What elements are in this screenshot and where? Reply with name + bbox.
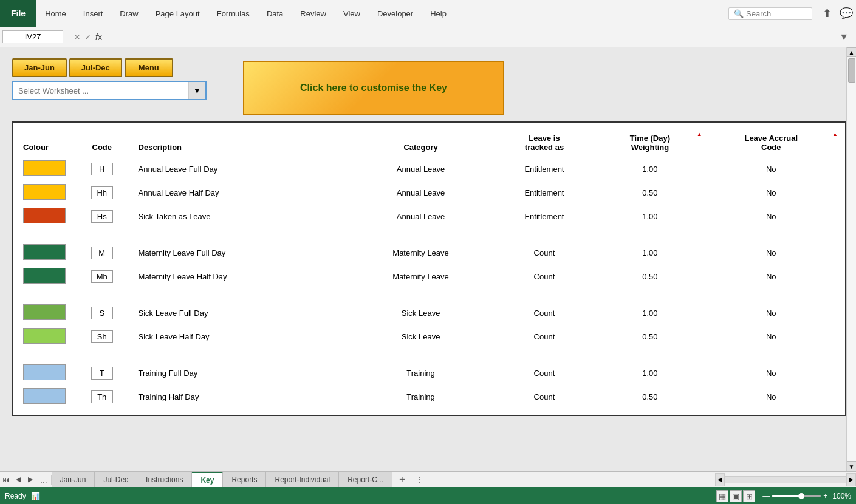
- menu-insert[interactable]: Insert: [75, 0, 112, 27]
- zoom-thumb[interactable]: [798, 493, 804, 499]
- zoom-track[interactable]: [772, 495, 821, 497]
- color-cell: [19, 205, 69, 231]
- sheet-tab-jul-dec[interactable]: Jul-Dec: [95, 472, 137, 487]
- h-scroll-left[interactable]: ◀: [715, 473, 725, 486]
- description-cell: Annual Leave Full Day: [135, 157, 350, 182]
- menu-draw[interactable]: Draw: [111, 0, 146, 27]
- sheet-tab-reports[interactable]: Reports: [223, 472, 266, 487]
- sheet-nav-next[interactable]: ▶: [24, 472, 36, 487]
- comment-icon[interactable]: 💬: [837, 4, 856, 23]
- col-description: Description: [135, 129, 350, 157]
- code-label: Sh: [91, 330, 113, 343]
- category-cell: Training: [349, 385, 491, 409]
- menu-view[interactable]: View: [335, 0, 369, 27]
- jan-jun-button[interactable]: Jan-Jun: [12, 58, 67, 77]
- scroll-down-btn[interactable]: ▼: [847, 461, 857, 471]
- menu-help[interactable]: Help: [422, 0, 455, 27]
- zoom-control: — + 100%: [762, 492, 851, 500]
- share-icon[interactable]: ⬆: [817, 4, 837, 23]
- add-sheet-button[interactable]: ＋: [392, 473, 412, 486]
- view-buttons: ▦ ▣ ⊞: [713, 490, 759, 502]
- menu-button[interactable]: Menu: [125, 58, 173, 77]
- menu-data[interactable]: Data: [258, 0, 292, 27]
- zoom-plus[interactable]: +: [823, 492, 827, 500]
- cell-reference[interactable]: [2, 30, 63, 43]
- tracked-cell: Count: [492, 385, 597, 409]
- vertical-scrollbar[interactable]: ▲ ▼: [846, 47, 856, 471]
- description-cell: Maternity Leave Full Day: [135, 231, 350, 265]
- file-menu[interactable]: File: [0, 0, 36, 27]
- menu-pagelayout[interactable]: Page Layout: [147, 0, 208, 27]
- description-cell: Training Full Day: [135, 351, 350, 385]
- customise-button[interactable]: Click here to customise the Key: [243, 61, 504, 115]
- sort-arrow-accrual: ▲: [832, 131, 838, 137]
- accrual-cell: No: [704, 265, 839, 291]
- table-row: S Sick Leave Full Day Sick Leave Count 1…: [19, 291, 839, 325]
- jul-dec-button[interactable]: Jul-Dec: [69, 58, 122, 77]
- worksheet-select[interactable]: ▼: [12, 81, 207, 100]
- weighting-cell: 0.50: [597, 385, 703, 409]
- sheet-tab-instructions[interactable]: Instructions: [137, 472, 192, 487]
- col-leave-tracked: Leave is tracked as: [492, 129, 597, 157]
- menu-review[interactable]: Review: [292, 0, 335, 27]
- code-cell: Hh: [69, 181, 135, 205]
- search-box[interactable]: 🔍: [728, 7, 812, 20]
- page-break-view-btn[interactable]: ⊞: [743, 490, 755, 502]
- scroll-up-btn[interactable]: ▲: [847, 47, 857, 57]
- ready-label: Ready: [5, 492, 26, 500]
- sheet-tab-report-individual[interactable]: Report-Individual: [266, 472, 339, 487]
- sheet-tab-key[interactable]: Key: [192, 472, 223, 487]
- code-label: T: [91, 367, 113, 380]
- accrual-cell: No: [704, 181, 839, 205]
- code-label: Hs: [91, 210, 113, 223]
- page-layout-view-btn[interactable]: ▣: [730, 490, 742, 502]
- code-cell: H: [69, 157, 135, 182]
- description-cell: Annual Leave Half Day: [135, 181, 350, 205]
- scroll-track[interactable]: [847, 57, 856, 461]
- category-cell: Training: [349, 351, 491, 385]
- h-scroll-right[interactable]: ▶: [846, 473, 856, 486]
- confirm-icon[interactable]: ✓: [84, 32, 92, 42]
- weighting-cell: 1.00: [597, 351, 703, 385]
- weighting-cell: 1.00: [597, 157, 703, 182]
- h-scroll-track[interactable]: [725, 476, 846, 483]
- normal-view-btn[interactable]: ▦: [716, 490, 728, 502]
- code-cell: T: [69, 351, 135, 385]
- color-box: [23, 160, 66, 176]
- color-box: [23, 184, 66, 200]
- sheet-more-button[interactable]: ⋮: [412, 475, 428, 485]
- menu-home[interactable]: Home: [36, 0, 75, 27]
- col-code: Code: [69, 129, 135, 157]
- menu-developer[interactable]: Developer: [369, 0, 422, 27]
- formula-bar: ✕ ✓ fx ▼: [0, 27, 856, 47]
- zoom-fill: [772, 495, 801, 497]
- description-cell: Sick Leave Half Day: [135, 325, 350, 351]
- search-input[interactable]: [746, 9, 807, 18]
- scroll-thumb[interactable]: [848, 58, 855, 83]
- accrual-cell: No: [704, 325, 839, 351]
- code-label: Th: [91, 390, 113, 403]
- worksheet-input[interactable]: [13, 84, 188, 98]
- formula-input[interactable]: [107, 31, 834, 43]
- sheet-dots[interactable]: ...: [36, 475, 52, 485]
- weighting-cell: 0.50: [597, 325, 703, 351]
- horizontal-scrollbar[interactable]: ◀ ▶: [715, 473, 856, 486]
- code-cell: M: [69, 231, 135, 265]
- code-label: Hh: [91, 186, 113, 199]
- color-cell: [19, 385, 69, 409]
- color-cell: [19, 231, 69, 265]
- leave-key-table: Colour Code Description Category Leave i…: [12, 121, 846, 416]
- menu-formulas[interactable]: Formulas: [208, 0, 258, 27]
- sheet-tab-report-c[interactable]: Report-C...: [339, 472, 392, 487]
- sheet-nav-prev[interactable]: ◀: [12, 472, 24, 487]
- weighting-cell: 0.50: [597, 181, 703, 205]
- category-cell: Annual Leave: [349, 205, 491, 231]
- sheet-nav-first[interactable]: ⏮: [0, 472, 12, 487]
- color-box: [23, 364, 66, 380]
- cancel-icon[interactable]: ✕: [74, 32, 81, 42]
- zoom-minus[interactable]: —: [762, 492, 770, 500]
- sheet-tab-jan-jun[interactable]: Jan-Jun: [52, 472, 95, 487]
- code-label: S: [91, 307, 113, 319]
- select-dropdown-arrow[interactable]: ▼: [188, 82, 205, 99]
- formula-expand[interactable]: ▼: [834, 32, 854, 43]
